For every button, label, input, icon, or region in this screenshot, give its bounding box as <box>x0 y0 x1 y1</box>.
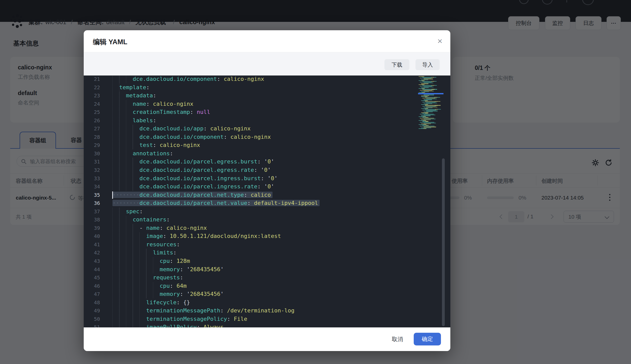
code-line[interactable]: 44 memory: '268435456' <box>84 265 450 274</box>
line-number: 45 <box>84 274 112 282</box>
confirm-button[interactable]: 确定 <box>414 333 441 345</box>
code-line[interactable]: 37 spec: <box>84 207 450 216</box>
code-line[interactable]: 45 requests: <box>84 274 450 282</box>
line-number: 42 <box>84 249 112 257</box>
code-line[interactable]: 41 resources: <box>84 240 450 249</box>
line-number: 35 <box>84 191 112 199</box>
line-number: 49 <box>84 307 112 315</box>
line-number: 50 <box>84 315 112 323</box>
code-line[interactable]: 22 template: <box>84 83 450 92</box>
workload-detail-page: 集群: wlc-001 / 命名空间: default / 无状态负载 / ca… <box>0 0 631 364</box>
modal-header: 编辑 YAML × <box>84 30 450 52</box>
line-number: 23 <box>84 92 112 100</box>
line-number: 28 <box>84 133 112 141</box>
modal-toolbar: 下载 导入 <box>84 52 450 75</box>
line-number: 24 <box>84 100 112 108</box>
line-number: 44 <box>84 265 112 274</box>
line-number: 37 <box>84 207 112 216</box>
code-line[interactable]: 23 metadata: <box>84 92 450 100</box>
edit-yaml-modal: 编辑 YAML × 下载 导入 21 dce.daocloud.io/compo… <box>84 30 450 351</box>
code-line[interactable]: 32 dce.daocloud.io/parcel.egress.rate: '… <box>84 166 450 174</box>
code-line[interactable]: 29 test: calico-nginx <box>84 141 450 149</box>
line-number: 51 <box>84 323 112 327</box>
code-line[interactable]: 50 terminationMessagePolicy: File <box>84 315 450 323</box>
code-line[interactable]: 21 dce.daocloud.io/component: calico-ngi… <box>84 75 450 83</box>
code-line[interactable]: 25 creationTimestamp: null <box>84 108 450 116</box>
code-line[interactable]: 51 imagePullPolicy: Always <box>84 323 450 327</box>
code-line[interactable]: 38 containers: <box>84 216 450 224</box>
text-cursor <box>112 191 113 199</box>
code-line[interactable]: 26 labels: <box>84 116 450 125</box>
line-number: 25 <box>84 108 112 116</box>
code-area: 21 dce.daocloud.io/component: calico-ngi… <box>84 75 450 327</box>
code-line[interactable]: 33 dce.daocloud.io/parcel.ingress.burst:… <box>84 174 450 183</box>
line-number: 30 <box>84 149 112 158</box>
import-button[interactable]: 导入 <box>415 59 440 70</box>
code-line[interactable]: 34 dce.daocloud.io/parcel.ingress.rate: … <box>84 183 450 191</box>
line-number: 38 <box>84 216 112 224</box>
line-number: 43 <box>84 257 112 265</box>
code-line[interactable]: 49 terminationMessagePath: /dev/terminat… <box>84 307 450 315</box>
line-number: 34 <box>84 183 112 191</box>
close-icon[interactable]: × <box>434 35 446 47</box>
editor-scrollbar[interactable] <box>442 158 445 326</box>
code-line[interactable]: 30 annotations: <box>84 149 450 158</box>
minimap[interactable] <box>418 76 442 131</box>
line-number: 32 <box>84 166 112 174</box>
code-line[interactable]: 42 limits: <box>84 249 450 257</box>
code-line[interactable]: 31 dce.daocloud.io/parcel.egress.burst: … <box>84 158 450 166</box>
line-number: 48 <box>84 298 112 307</box>
line-number: 33 <box>84 174 112 183</box>
line-number: 41 <box>84 240 112 249</box>
cancel-button[interactable]: 取消 <box>386 333 409 345</box>
code-line[interactable]: 24 name: calico-nginx <box>84 100 450 108</box>
line-number: 36 <box>84 199 112 207</box>
code-line[interactable]: 43 cpu: 128m <box>84 257 450 265</box>
code-line[interactable]: 27 dce.daocloud.io/app: calico-nginx <box>84 125 450 133</box>
download-button[interactable]: 下载 <box>384 59 409 70</box>
code-line[interactable]: 36········dce.daocloud.io/parcel.net.val… <box>84 199 450 207</box>
code-line[interactable]: 35········dce.daocloud.io/parcel.net.typ… <box>84 191 450 199</box>
code-line[interactable]: 39 - name: calico-nginx <box>84 224 450 232</box>
line-number: 27 <box>84 125 112 133</box>
line-number: 29 <box>84 141 112 149</box>
yaml-editor[interactable]: 21 dce.daocloud.io/component: calico-ngi… <box>84 75 450 327</box>
minimap-viewport-indicator[interactable] <box>418 93 443 94</box>
line-number: 39 <box>84 224 112 232</box>
code-line[interactable]: 48 lifecycle: {} <box>84 298 450 307</box>
code-line[interactable]: 40 image: 10.50.1.121/daocloud/nginx:lat… <box>84 232 450 240</box>
line-number: 46 <box>84 282 112 290</box>
line-number: 31 <box>84 158 112 166</box>
modal-title: 编辑 YAML <box>93 37 127 47</box>
line-number: 40 <box>84 232 112 240</box>
line-number: 47 <box>84 290 112 298</box>
modal-footer: 取消 确定 <box>84 327 450 351</box>
line-number: 22 <box>84 83 112 92</box>
code-line[interactable]: 46 cpu: 64m <box>84 282 450 290</box>
line-number: 21 <box>84 75 112 83</box>
code-line[interactable]: 28 dce.daocloud.io/component: calico-ngi… <box>84 133 450 141</box>
line-number: 26 <box>84 116 112 125</box>
code-line[interactable]: 47 memory: '268435456' <box>84 290 450 298</box>
